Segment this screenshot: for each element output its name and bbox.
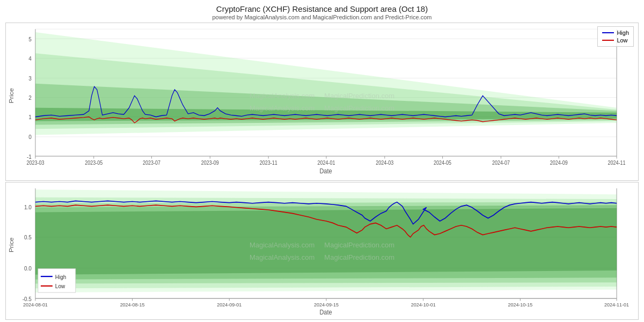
svg-text:Date: Date xyxy=(319,167,332,174)
svg-text:2024-11: 2024-11 xyxy=(608,159,626,166)
svg-text:Price: Price xyxy=(8,238,14,253)
svg-text:2: 2 xyxy=(28,94,32,101)
svg-text:1: 1 xyxy=(28,114,32,121)
svg-text:2023-11: 2023-11 xyxy=(260,159,277,166)
svg-text:2024-09-01: 2024-09-01 xyxy=(217,301,241,308)
legend-high-label: High xyxy=(617,30,629,36)
legend-high-item: High xyxy=(602,30,629,36)
svg-text:2024-07: 2024-07 xyxy=(492,159,510,166)
svg-text:5: 5 xyxy=(28,35,32,42)
bottom-chart-panel: MagicalAnalysis.com MagicalPrediction.co… xyxy=(5,182,639,320)
svg-text:2024-01: 2024-01 xyxy=(318,159,335,166)
svg-text:2023-09: 2023-09 xyxy=(201,159,219,166)
svg-text:2024-10-15: 2024-10-15 xyxy=(508,301,532,308)
svg-text:2024-11-01: 2024-11-01 xyxy=(604,301,629,308)
svg-text:2024-09: 2024-09 xyxy=(550,159,568,166)
svg-text:2023-07: 2023-07 xyxy=(143,159,160,166)
svg-marker-57 xyxy=(35,208,617,275)
svg-text:0.0: 0.0 xyxy=(24,265,32,272)
legend-low-label: Low xyxy=(617,37,627,43)
top-chart-svg: 5 4 3 2 1 0 -1 2023-03 2023-05 2023-07 2… xyxy=(6,23,638,180)
subtitle: powered by MagicalAnalysis.com and Magic… xyxy=(212,14,431,20)
svg-text:4: 4 xyxy=(28,55,32,62)
top-chart-legend: High Low xyxy=(597,26,634,47)
legend-low-item: Low xyxy=(602,37,629,43)
svg-text:2024-08-15: 2024-08-15 xyxy=(120,301,145,308)
svg-text:High: High xyxy=(55,273,67,280)
legend-high-line xyxy=(602,32,614,33)
svg-text:0.5: 0.5 xyxy=(24,234,32,241)
svg-text:3: 3 xyxy=(28,75,32,82)
svg-text:0: 0 xyxy=(28,134,32,141)
svg-text:Price: Price xyxy=(8,88,14,103)
page-wrapper: CryptoFranc (XCHF) Resistance and Suppor… xyxy=(0,0,644,322)
svg-text:Date: Date xyxy=(319,309,332,316)
svg-text:2023-03: 2023-03 xyxy=(26,159,44,166)
svg-text:2023-05: 2023-05 xyxy=(85,159,103,166)
svg-text:2024-08-01: 2024-08-01 xyxy=(23,301,48,308)
svg-text:2024-09-15: 2024-09-15 xyxy=(314,301,339,308)
top-chart-panel: MagicalAnalysis.com MagicalPrediction.co… xyxy=(5,23,639,181)
legend-low-line xyxy=(602,40,614,41)
svg-text:2024-10-01: 2024-10-01 xyxy=(411,301,436,308)
svg-text:Low: Low xyxy=(55,283,65,290)
bottom-chart-svg: 1.0 0.5 0.0 -0.5 2024-08-01 2024-08-15 2… xyxy=(6,182,638,319)
svg-text:2024-03: 2024-03 xyxy=(376,159,393,166)
svg-text:-1: -1 xyxy=(27,153,32,160)
svg-text:2024-05: 2024-05 xyxy=(434,159,451,166)
charts-container: MagicalAnalysis.com MagicalPrediction.co… xyxy=(5,23,639,320)
svg-text:1.0: 1.0 xyxy=(24,203,32,210)
main-title: CryptoFranc (XCHF) Resistance and Suppor… xyxy=(216,4,428,13)
